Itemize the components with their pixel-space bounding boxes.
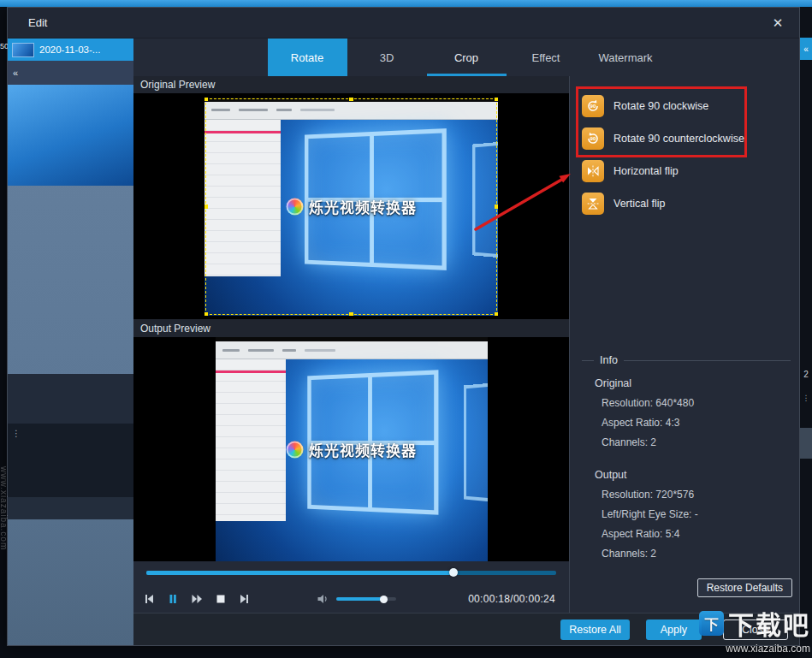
progress-played xyxy=(146,571,453,575)
background-block xyxy=(8,497,133,519)
background-video-frame xyxy=(8,85,133,186)
crop-handle[interactable] xyxy=(349,98,353,101)
crop-frame[interactable] xyxy=(205,98,497,315)
apply-button[interactable]: Apply xyxy=(646,619,702,640)
stop-icon xyxy=(214,592,228,606)
info-row: Aspect Ratio: 5:4 xyxy=(602,528,791,540)
restore-defaults-button[interactable]: Restore Defaults xyxy=(697,578,792,597)
pause-icon xyxy=(166,592,180,606)
horizontal-flip-icon xyxy=(582,160,604,182)
vertical-flip-icon xyxy=(582,193,604,215)
volume-thumb[interactable] xyxy=(380,596,388,603)
file-list-panel: 2020-11-03-... « ⋮ xyxy=(8,39,133,645)
fast-forward-button[interactable] xyxy=(190,592,204,606)
captured-window-toolbar xyxy=(216,341,488,359)
info-row: Channels: 2 xyxy=(602,436,791,448)
background-block xyxy=(8,374,133,424)
rotate-90-counterclockwise-button[interactable]: 90 Rotate 90 counterclockwise xyxy=(582,127,796,150)
previous-frame-button[interactable] xyxy=(142,592,156,606)
original-preview-viewport: 烁光视频转换器 xyxy=(133,93,569,319)
tab-rotate[interactable]: Rotate xyxy=(268,39,347,76)
seek-bar xyxy=(133,561,569,584)
rotate-90-clockwise-button[interactable]: 90 Rotate 90 clockwise xyxy=(582,95,796,117)
crop-handle[interactable] xyxy=(349,312,353,316)
info-original-title: Original xyxy=(595,377,791,389)
rotate-counterclockwise-icon: 90 xyxy=(582,127,604,150)
dialog-footer: Restore All Apply Close xyxy=(133,613,799,645)
original-preview-image: 烁光视频转换器 xyxy=(204,98,498,316)
output-preview-label: Output Preview xyxy=(133,319,569,337)
volume-slider[interactable] xyxy=(336,597,396,601)
tab-effect[interactable]: Effect xyxy=(507,39,586,76)
rotate-badge: 90 xyxy=(590,103,596,109)
video-thumbnail xyxy=(12,43,34,57)
crop-handle[interactable] xyxy=(204,312,208,316)
rotate-settings-panel: 90 Rotate 90 clockwise 90 xyxy=(570,76,799,613)
output-preview-image: 烁光视频转换器 xyxy=(216,337,488,561)
original-preview-label: Original Preview xyxy=(133,76,569,93)
tab-watermark[interactable]: Watermark xyxy=(586,39,666,76)
background-number-fragment: 2 xyxy=(800,370,812,379)
horizontal-flip-button[interactable]: Horizontal flip xyxy=(582,160,796,182)
dialog-title: Edit xyxy=(28,16,47,29)
windows-logo-pane-edge xyxy=(464,382,488,501)
background-dots: ⋮ xyxy=(12,429,21,438)
restore-all-button[interactable]: Restore All xyxy=(560,619,629,640)
info-header: Info xyxy=(582,354,791,366)
speaker-icon xyxy=(316,592,329,606)
file-list-item-selected[interactable]: 2020-11-03-... xyxy=(8,39,133,61)
dialog-titlebar: Edit ✕ xyxy=(8,8,799,39)
preview-column: Original Preview 烁光视频转换器 xyxy=(133,76,570,613)
info-row: Left/Right Eye Size: - xyxy=(602,508,791,520)
rotate-actions: 90 Rotate 90 clockwise 90 xyxy=(582,95,796,225)
output-preview-viewport: 烁光视频转换器 xyxy=(133,337,569,561)
pinwheel-logo-icon xyxy=(286,441,303,458)
rotate-button-label: Horizontal flip xyxy=(613,165,679,177)
info-row: Resolution: 720*576 xyxy=(602,489,791,501)
desktop-top-edge xyxy=(0,0,812,7)
crop-handle[interactable] xyxy=(495,205,498,209)
crop-handle[interactable] xyxy=(204,205,208,209)
info-section: Info Original Resolution: 640*480 Aspect… xyxy=(582,354,791,560)
background-text-fragment: 50 xyxy=(0,42,8,50)
fast-forward-icon xyxy=(190,592,204,606)
info-output-title: Output xyxy=(595,469,791,481)
chevron-double-left-icon: « xyxy=(803,44,809,54)
rotate-button-label: Rotate 90 counterclockwise xyxy=(613,133,744,145)
crop-handle[interactable] xyxy=(495,98,498,101)
vertical-flip-button[interactable]: Vertical flip xyxy=(582,193,796,215)
seek-thumb[interactable] xyxy=(449,568,458,577)
volume-button[interactable] xyxy=(316,592,329,606)
background-block xyxy=(800,428,812,459)
rotate-button-label: Rotate 90 clockwise xyxy=(613,100,708,112)
background-collapse-bar: « xyxy=(8,61,133,85)
edit-dialog-main: Rotate 3D Crop Effect Watermark Original… xyxy=(133,39,799,645)
crop-handle[interactable] xyxy=(495,312,498,316)
app-overlay-brand: 烁光视频转换器 xyxy=(286,439,417,460)
pause-button[interactable] xyxy=(166,592,180,606)
info-row: Channels: 2 xyxy=(602,548,791,560)
rotate-button-label: Vertical flip xyxy=(613,198,665,210)
overlay-app-name: 烁光视频转换器 xyxy=(309,439,417,460)
edit-dialog: Edit ✕ 2020-11-03-... « ⋮ Rotate 3D Crop… xyxy=(7,7,800,646)
selected-row-highlight xyxy=(216,370,287,373)
chevron-double-left-icon: « xyxy=(13,68,18,78)
seek-track[interactable] xyxy=(146,571,556,575)
close-icon[interactable]: ✕ xyxy=(768,14,787,33)
time-display: 00:00:18/00:00:24 xyxy=(468,593,555,605)
tab-crop[interactable]: Crop xyxy=(427,39,507,76)
collapse-panel-button[interactable]: « xyxy=(800,38,812,60)
info-row: Aspect Ratio: 4:3 xyxy=(602,417,791,429)
rotate-badge: 90 xyxy=(590,135,596,141)
player-controls: 00:00:18/00:00:24 xyxy=(133,584,569,614)
rotate-clockwise-icon: 90 xyxy=(582,95,604,117)
captured-window-panel xyxy=(216,359,287,521)
background-app-area: « ⋮ xyxy=(8,61,133,645)
skip-next-icon xyxy=(238,592,252,606)
volume-played xyxy=(336,597,384,601)
close-button[interactable]: Close xyxy=(723,619,788,640)
crop-handle[interactable] xyxy=(204,98,208,101)
stop-button[interactable] xyxy=(214,592,228,606)
tab-3d[interactable]: 3D xyxy=(347,39,427,76)
next-frame-button[interactable] xyxy=(238,592,252,606)
